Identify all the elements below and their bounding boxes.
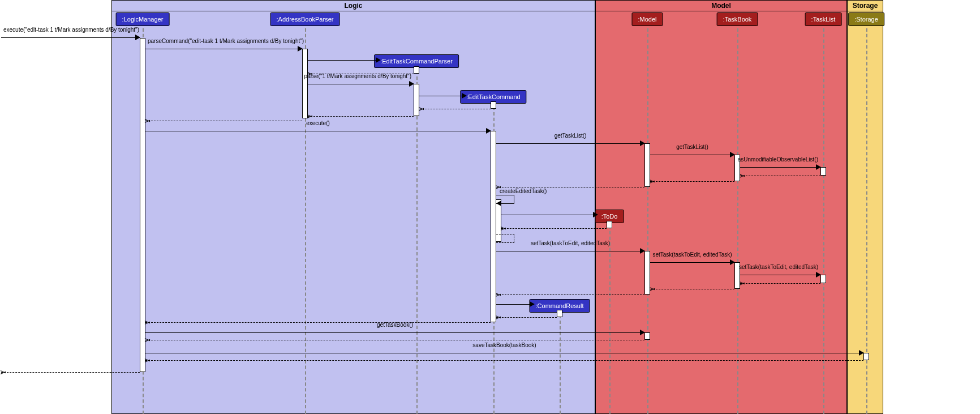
msg-create-etcp bbox=[308, 57, 380, 65]
msg-return-tb1 bbox=[650, 178, 734, 186]
msg-execute-label: execute("edit-task 1 t/Mark assignments … bbox=[3, 27, 139, 33]
msg-self-return bbox=[496, 234, 514, 243]
msg-execute2-label: execute() bbox=[306, 120, 330, 126]
msg-return-etc2 bbox=[145, 319, 491, 327]
msg-settask1-label: setTask(taskToEdit, editedTask) bbox=[531, 240, 610, 246]
activation-model-2 bbox=[644, 251, 650, 295]
participant-addressbookparser: :AddressBookParser bbox=[270, 12, 340, 26]
msg-gettaskbook-label: getTaskBook() bbox=[377, 322, 413, 328]
msg-createeditedtask-arrow bbox=[496, 200, 501, 206]
activation-model-1 bbox=[644, 143, 650, 187]
msg-return-savetaskbook bbox=[145, 357, 863, 365]
msg-gettaskbook: getTaskBook() bbox=[145, 329, 644, 337]
msg-return-actor bbox=[1, 369, 140, 377]
participant-taskbook: :TaskBook bbox=[717, 12, 758, 26]
activation-storage bbox=[863, 353, 869, 360]
msg-gettasklist2-label: getTaskList() bbox=[676, 144, 708, 150]
activation-commandresult bbox=[557, 310, 562, 317]
msg-gettasklist2: getTaskList() bbox=[650, 151, 734, 159]
activation-logicmanager bbox=[140, 38, 145, 372]
msg-settask2: setTask(taskToEdit, editedTask) bbox=[650, 259, 734, 267]
msg-return-tl1 bbox=[740, 172, 820, 180]
msg-settask3: setTask(taskToEdit, editedTask) bbox=[740, 271, 820, 279]
msg-return-gettaskbook bbox=[145, 336, 644, 344]
msg-return-abp bbox=[145, 117, 302, 125]
region-logic-title: Logic bbox=[112, 1, 595, 11]
msg-savetaskbook: saveTaskBook(taskBook) bbox=[145, 349, 863, 357]
msg-return-model2 bbox=[496, 291, 644, 299]
msg-settask2-label: setTask(taskToEdit, editedTask) bbox=[652, 251, 732, 258]
activation-etcp-1 bbox=[414, 66, 419, 74]
msg-asunmod: asUnmodifiableObservableList() bbox=[740, 164, 820, 172]
msg-execute2: execute() bbox=[145, 127, 491, 135]
activation-etc-1 bbox=[491, 101, 496, 109]
participant-model: :Model bbox=[631, 12, 663, 26]
msg-return-cr bbox=[496, 314, 557, 322]
activation-model-3 bbox=[644, 332, 650, 340]
participant-logicmanager: :LogicManager bbox=[116, 12, 170, 26]
msg-gettasklist1-label: getTaskList() bbox=[555, 133, 587, 139]
msg-settask1: setTask(taskToEdit, editedTask) bbox=[496, 247, 644, 255]
msg-return-todo bbox=[501, 225, 607, 233]
activation-tasklist-1 bbox=[820, 167, 826, 176]
msg-parsecommand-label: parseCommand("edit-task 1 t/Mark assignm… bbox=[148, 38, 304, 44]
msg-create-cr bbox=[496, 301, 534, 309]
activation-addressbookparser bbox=[302, 49, 308, 118]
msg-parse: parse("1 t/Mark assignments d/By tonight… bbox=[308, 80, 414, 88]
msg-gettasklist1: getTaskList() bbox=[496, 140, 644, 148]
msg-parse-label: parse("1 t/Mark assignments d/By tonight… bbox=[304, 73, 411, 79]
region-model-title: Model bbox=[596, 1, 846, 11]
participant-tasklist: :TaskList bbox=[805, 12, 842, 26]
msg-return-tb2 bbox=[650, 285, 734, 293]
msg-savetaskbook-label: saveTaskBook(taskBook) bbox=[472, 342, 536, 348]
activation-todo bbox=[607, 221, 612, 228]
msg-return-etc bbox=[419, 105, 491, 113]
participant-storage: :Storage bbox=[848, 12, 884, 26]
msg-asunmod-label: asUnmodifiableObservableList() bbox=[738, 156, 818, 163]
msg-return-etcp bbox=[308, 113, 414, 121]
activation-tasklist-2 bbox=[820, 275, 826, 283]
msg-settask3-label: setTask(taskToEdit, editedTask) bbox=[739, 264, 818, 270]
activation-etcp-2 bbox=[414, 84, 419, 116]
region-storage-title: Storage bbox=[848, 1, 883, 11]
msg-parsecommand: parseCommand("edit-task 1 t/Mark assignm… bbox=[145, 45, 302, 53]
msg-create-etc bbox=[419, 92, 466, 100]
msg-createeditedtask-label: createEditedTask() bbox=[500, 188, 547, 194]
msg-return-tl2 bbox=[740, 280, 820, 288]
msg-create-todo bbox=[501, 211, 598, 219]
msg-execute: execute("edit-task 1 t/Mark assignments … bbox=[1, 34, 140, 42]
